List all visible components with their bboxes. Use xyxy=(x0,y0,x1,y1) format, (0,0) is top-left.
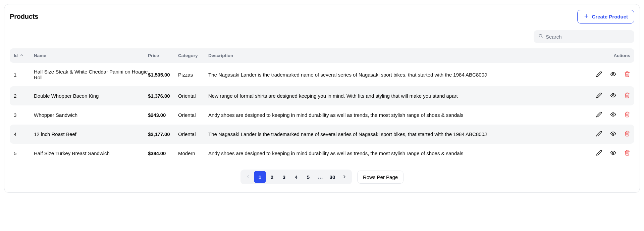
table-footer: 12345 … 30 Rows Per Page xyxy=(10,170,634,184)
pagination-pages: 12345 xyxy=(254,171,314,183)
pencil-icon xyxy=(596,150,602,157)
cell-id: 5 xyxy=(14,150,34,156)
cell-category: Modern xyxy=(178,150,208,156)
header-row: Products Create Product xyxy=(10,10,634,24)
delete-button[interactable] xyxy=(624,92,630,99)
search-input[interactable] xyxy=(546,34,630,40)
eye-icon xyxy=(610,131,616,138)
cell-category: Pizzas xyxy=(178,72,208,78)
svg-point-6 xyxy=(612,114,614,116)
cell-name: Double Whopper Bacon King xyxy=(34,93,148,99)
cell-category: Oriental xyxy=(178,112,208,118)
table-body: 1Half Size Steak & White Cheddar Panini … xyxy=(10,63,634,163)
svg-point-7 xyxy=(612,133,614,135)
pencil-icon xyxy=(596,131,602,138)
cell-name: Half Size Steak & White Cheddar Panini o… xyxy=(34,69,148,80)
column-header-description[interactable]: Description xyxy=(208,53,577,58)
table-header: Id Name Price Category Description Actio… xyxy=(10,48,634,63)
edit-button[interactable] xyxy=(596,131,602,138)
delete-button[interactable] xyxy=(624,131,630,138)
pagination-page-3[interactable]: 3 xyxy=(278,171,290,183)
cell-name: 12 inch Roast Beef xyxy=(34,131,148,137)
view-button[interactable] xyxy=(610,71,616,78)
cell-price: $1,505.00 xyxy=(148,72,178,78)
pagination-ellipsis: … xyxy=(314,174,326,180)
sort-asc-icon xyxy=(20,53,24,58)
cell-price: $2,177.00 xyxy=(148,131,178,137)
table-row: 2Double Whopper Bacon King$1,376.00Orien… xyxy=(10,86,634,105)
cell-id: 2 xyxy=(14,93,34,99)
column-header-category[interactable]: Category xyxy=(178,53,208,58)
svg-point-5 xyxy=(612,95,614,96)
products-card: Products Create Product Id Name Price Ca… xyxy=(4,4,640,193)
pencil-icon xyxy=(596,92,602,99)
create-product-button[interactable]: Create Product xyxy=(577,10,634,24)
column-header-id[interactable]: Id xyxy=(14,53,34,58)
delete-button[interactable] xyxy=(624,150,630,157)
cell-name: Half Size Turkey Breast Sandwich xyxy=(34,150,148,156)
eye-icon xyxy=(610,111,616,119)
svg-point-8 xyxy=(612,152,614,154)
delete-button[interactable] xyxy=(624,111,630,119)
pagination-page-5[interactable]: 5 xyxy=(302,171,314,183)
view-button[interactable] xyxy=(610,131,616,138)
table-row: 5Half Size Turkey Breast Sandwich$384.00… xyxy=(10,144,634,163)
chevron-left-icon xyxy=(246,174,250,180)
cell-description: The Nagasaki Lander is the trademarked n… xyxy=(208,131,577,137)
search-wrap xyxy=(10,30,634,43)
edit-button[interactable] xyxy=(596,92,602,99)
column-id-label: Id xyxy=(14,53,18,58)
eye-icon xyxy=(610,150,616,157)
cell-id: 3 xyxy=(14,112,34,118)
svg-line-3 xyxy=(542,37,543,38)
pencil-icon xyxy=(596,71,602,78)
chevron-right-icon xyxy=(342,174,347,180)
plus-icon xyxy=(584,13,589,20)
trash-icon xyxy=(624,71,630,78)
cell-price: $384.00 xyxy=(148,150,178,156)
search-box[interactable] xyxy=(534,30,634,43)
edit-button[interactable] xyxy=(596,150,602,157)
svg-point-4 xyxy=(612,73,614,75)
view-button[interactable] xyxy=(610,111,616,119)
delete-button[interactable] xyxy=(624,71,630,78)
pagination-page-4[interactable]: 4 xyxy=(290,171,302,183)
page-title: Products xyxy=(10,13,38,20)
table-row: 1Half Size Steak & White Cheddar Panini … xyxy=(10,63,634,86)
cell-id: 1 xyxy=(14,72,34,78)
rows-per-page-button[interactable]: Rows Per Page xyxy=(357,171,404,184)
edit-button[interactable] xyxy=(596,71,602,78)
create-product-label: Create Product xyxy=(592,14,628,19)
trash-icon xyxy=(624,131,630,138)
products-table: Id Name Price Category Description Actio… xyxy=(10,48,634,163)
pagination-page-2[interactable]: 2 xyxy=(266,171,278,183)
cell-actions xyxy=(577,150,630,157)
svg-point-2 xyxy=(539,34,542,37)
view-button[interactable] xyxy=(610,92,616,99)
cell-description: Andy shoes are designed to keeping in mi… xyxy=(208,112,577,118)
column-header-name[interactable]: Name xyxy=(34,53,148,58)
cell-price: $243.00 xyxy=(148,112,178,118)
table-row: 3Whopper Sandwich$243.00OrientalAndy sho… xyxy=(10,105,634,125)
pagination: 12345 … 30 xyxy=(240,170,352,184)
column-header-price[interactable]: Price xyxy=(148,53,178,58)
cell-description: The Nagasaki Lander is the trademarked n… xyxy=(208,72,577,78)
trash-icon xyxy=(624,92,630,99)
pagination-next[interactable] xyxy=(338,171,351,183)
pencil-icon xyxy=(596,111,602,119)
pagination-page-1[interactable]: 1 xyxy=(254,171,266,183)
cell-actions xyxy=(577,131,630,138)
cell-id: 4 xyxy=(14,131,34,137)
pagination-prev[interactable] xyxy=(242,171,254,183)
cell-description: Andy shoes are designed to keeping in mi… xyxy=(208,150,577,156)
cell-category: Oriental xyxy=(178,131,208,137)
cell-name: Whopper Sandwich xyxy=(34,112,148,118)
cell-price: $1,376.00 xyxy=(148,93,178,99)
search-icon xyxy=(538,34,543,40)
view-button[interactable] xyxy=(610,150,616,157)
edit-button[interactable] xyxy=(596,111,602,119)
cell-description: New range of formal shirts are designed … xyxy=(208,93,577,99)
pagination-last-page[interactable]: 30 xyxy=(326,171,338,183)
eye-icon xyxy=(610,92,616,99)
cell-actions xyxy=(577,71,630,78)
